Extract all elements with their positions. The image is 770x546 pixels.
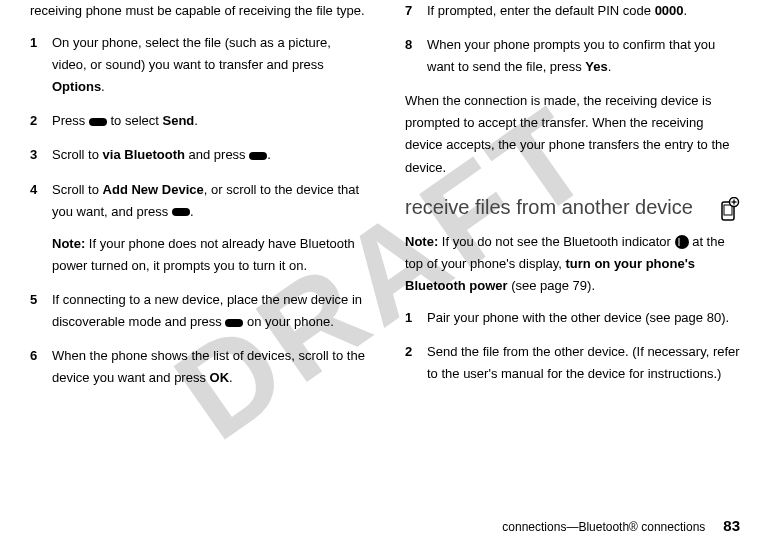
page-footer: connections—Bluetooth® connections 83 bbox=[502, 513, 740, 539]
step-number: 2 bbox=[405, 341, 427, 385]
text: . bbox=[190, 204, 194, 219]
center-key-icon bbox=[225, 319, 243, 327]
text: When the phone shows the list of devices… bbox=[52, 348, 365, 385]
add-new-device-label: Add New Device bbox=[103, 182, 204, 197]
footer-section: connections—Bluetooth® connections bbox=[502, 517, 705, 537]
section-title: receive files from another device bbox=[405, 195, 706, 220]
intro-text: receiving phone must be capable of recei… bbox=[30, 0, 365, 22]
step-4: 4 Scroll to Add New Device, or scroll to… bbox=[30, 179, 365, 277]
text: On your phone, select the file (such as … bbox=[52, 35, 331, 72]
note-text: If your phone does not already have Blue… bbox=[52, 236, 355, 273]
center-key-icon bbox=[89, 118, 107, 126]
receive-step-1: 1 Pair your phone with the other device … bbox=[405, 307, 740, 329]
page-content: receiving phone must be capable of recei… bbox=[0, 0, 770, 500]
optional-feature-icon bbox=[714, 197, 740, 223]
step-body: Scroll to Add New Device, or scroll to t… bbox=[52, 179, 365, 277]
via-bluetooth-label: via Bluetooth bbox=[103, 147, 185, 162]
text: If prompted, enter the default PIN code bbox=[427, 3, 655, 18]
after-text: When the connection is made, the receivi… bbox=[405, 90, 740, 178]
step-number: 2 bbox=[30, 110, 52, 132]
step-1: 1 On your phone, select the file (such a… bbox=[30, 32, 365, 98]
step-3: 3 Scroll to via Bluetooth and press . bbox=[30, 144, 365, 166]
step-number: 3 bbox=[30, 144, 52, 166]
step-number: 7 bbox=[405, 0, 427, 22]
step-body: If connecting to a new device, place the… bbox=[52, 289, 365, 333]
note-label: Note: bbox=[405, 234, 438, 249]
yes-label: Yes bbox=[585, 59, 607, 74]
step-6: 6 When the phone shows the list of devic… bbox=[30, 345, 365, 389]
ok-label: OK bbox=[210, 370, 230, 385]
receive-step-2: 2 Send the file from the other device. (… bbox=[405, 341, 740, 385]
step-body: Press to select Send. bbox=[52, 110, 365, 132]
step-number: 4 bbox=[30, 179, 52, 277]
step-number: 6 bbox=[30, 345, 52, 389]
step-8: 8 When your phone prompts you to confirm… bbox=[405, 34, 740, 78]
step-body: When the phone shows the list of devices… bbox=[52, 345, 365, 389]
text: (see page 79). bbox=[508, 278, 595, 293]
text: . bbox=[229, 370, 233, 385]
step-7: 7 If prompted, enter the default PIN cod… bbox=[405, 0, 740, 22]
page-number: 83 bbox=[723, 513, 740, 539]
step-number: 1 bbox=[30, 32, 52, 98]
text: to select bbox=[107, 113, 163, 128]
step-number: 1 bbox=[405, 307, 427, 329]
step-4-note: Note: If your phone does not already hav… bbox=[52, 233, 365, 277]
text: Press bbox=[52, 113, 89, 128]
center-key-icon bbox=[172, 208, 190, 216]
step-body: When your phone prompts you to confirm t… bbox=[427, 34, 740, 78]
text: . bbox=[194, 113, 198, 128]
text: When your phone prompts you to confirm t… bbox=[427, 37, 715, 74]
step-body: Scroll to via Bluetooth and press . bbox=[52, 144, 365, 166]
step-5: 5 If connecting to a new device, place t… bbox=[30, 289, 365, 333]
bluetooth-indicator-icon bbox=[675, 235, 689, 249]
text: . bbox=[608, 59, 612, 74]
left-column: receiving phone must be capable of recei… bbox=[30, 0, 365, 500]
step-body: Send the file from the other device. (If… bbox=[427, 341, 740, 385]
svg-rect-1 bbox=[724, 205, 732, 215]
step-2: 2 Press to select Send. bbox=[30, 110, 365, 132]
options-label: Options bbox=[52, 79, 101, 94]
pin-code: 0000 bbox=[655, 3, 684, 18]
step-number: 5 bbox=[30, 289, 52, 333]
text: . bbox=[101, 79, 105, 94]
text: Scroll to bbox=[52, 182, 103, 197]
step-body: If prompted, enter the default PIN code … bbox=[427, 0, 740, 22]
text: and press bbox=[185, 147, 249, 162]
section-header-row: receive files from another device bbox=[405, 195, 740, 223]
text: on your phone. bbox=[243, 314, 333, 329]
center-key-icon bbox=[249, 152, 267, 160]
send-label: Send bbox=[162, 113, 194, 128]
note-label: Note: bbox=[52, 236, 85, 251]
section-note: Note: If you do not see the Bluetooth in… bbox=[405, 231, 740, 297]
right-column: 7 If prompted, enter the default PIN cod… bbox=[405, 0, 740, 500]
step-body: Pair your phone with the other device (s… bbox=[427, 307, 740, 329]
text: If you do not see the Bluetooth indicato… bbox=[438, 234, 674, 249]
step-number: 8 bbox=[405, 34, 427, 78]
step-body: On your phone, select the file (such as … bbox=[52, 32, 365, 98]
text: Scroll to bbox=[52, 147, 103, 162]
text: . bbox=[267, 147, 271, 162]
text: . bbox=[684, 3, 688, 18]
